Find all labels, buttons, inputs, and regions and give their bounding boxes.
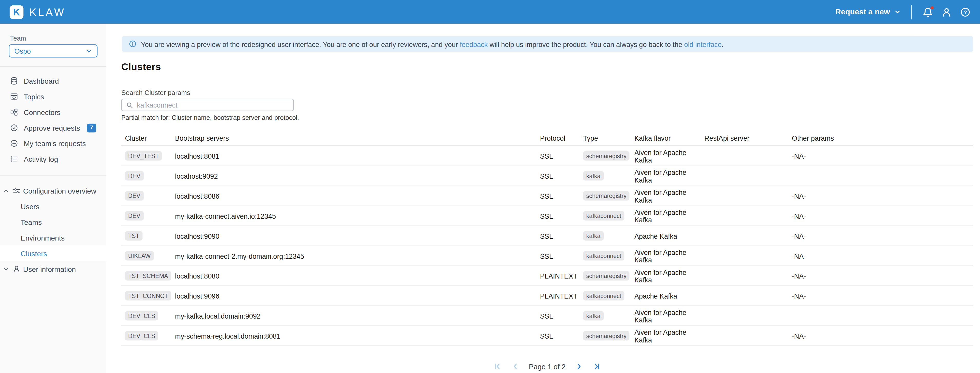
- sidebar-item-label: Dashboard: [24, 77, 59, 85]
- sidebar-item-activity-log[interactable]: Activity log: [0, 151, 106, 167]
- protocol-cell: SSL: [536, 212, 579, 219]
- cluster-cell: UIKLAW: [121, 251, 171, 261]
- feedback-link[interactable]: feedback: [460, 40, 488, 48]
- column-header-protocol: Protocol: [536, 134, 579, 141]
- header-divider: [911, 5, 912, 19]
- protocol-cell: SSL: [536, 152, 579, 160]
- protocol-cell: SSL: [536, 172, 579, 179]
- request-a-new-dropdown[interactable]: Request a new: [835, 8, 900, 16]
- cluster-chip: DEV: [125, 191, 143, 201]
- sidebar-item-environments[interactable]: Environments: [0, 230, 106, 246]
- kafka-flavor-cell: Aiven for Apache Kafka: [631, 308, 701, 323]
- protocol-cell: PLAINTEXT: [536, 272, 579, 279]
- sidebar-item-my-team-s-requests[interactable]: My team's requests: [0, 135, 106, 151]
- sidebar-item-clusters[interactable]: Clusters: [0, 245, 106, 261]
- other-params-cell: -NA-: [788, 232, 973, 240]
- cluster-cell: TST_SCHEMA: [121, 271, 171, 281]
- protocol-cell: PLAINTEXT: [536, 292, 579, 300]
- search-input[interactable]: [137, 101, 289, 109]
- cluster-cell: DEV_CLS: [121, 331, 171, 341]
- bootstrap-servers-cell: localhost:8081: [171, 152, 536, 160]
- cluster-chip: TST_CONNCT: [125, 291, 171, 301]
- other-params-cell: -NA-: [788, 212, 973, 219]
- app-title: KLAW: [29, 6, 66, 18]
- database-icon: [10, 77, 18, 85]
- table-row: TSTlocalhost:9090SSLkafkaApache Kafka-NA…: [121, 226, 973, 246]
- table-row: DEVlocahost:9092SSLkafkaAiven for Apache…: [121, 166, 973, 186]
- person-icon: [941, 7, 952, 17]
- kafka-flavor-cell: Aiven for Apache Kafka: [631, 208, 701, 223]
- sidebar-sections: Configuration overviewUsersTeamsEnvironm…: [0, 176, 106, 277]
- column-header-cluster: Cluster: [121, 134, 171, 141]
- sidebar-item-users[interactable]: Users: [0, 199, 106, 214]
- help-button[interactable]: ?: [960, 7, 970, 17]
- chevron-up-icon: [3, 188, 9, 194]
- klaw-logo[interactable]: K KLAW: [10, 5, 66, 19]
- chevron-down-icon: [86, 48, 92, 54]
- sidebar-item-teams[interactable]: Teams: [0, 214, 106, 230]
- kafka-flavor-cell: Apache Kafka: [631, 292, 701, 300]
- cluster-cell: DEV: [121, 171, 171, 181]
- connectors-icon: [10, 108, 18, 116]
- column-header-type: Type: [579, 134, 631, 141]
- chevron-down-icon: [894, 9, 900, 15]
- team-select-value: Ospo: [14, 47, 31, 55]
- type-chip: kafka: [583, 231, 604, 241]
- team-select[interactable]: Ospo: [9, 44, 98, 57]
- sidebar-section-user-information[interactable]: User information: [0, 261, 106, 277]
- klaw-app: K KLAW Request a new ? Team: [0, 0, 980, 373]
- cluster-cell: DEV: [121, 191, 171, 201]
- clusters-table: ClusterBootstrap serversProtocolTypeKafk…: [121, 130, 973, 346]
- table-row: DEV_TESTlocalhost:8081SSLschemaregistryA…: [121, 146, 973, 166]
- sidebar-item-approve-requests[interactable]: Approve requests7: [0, 120, 106, 135]
- next-page-button[interactable]: [575, 362, 583, 371]
- sidebar-item-label: Connectors: [24, 108, 60, 116]
- column-header-restapi-server: RestApi server: [701, 134, 788, 141]
- klaw-logo-icon: K: [10, 5, 24, 19]
- type-cell: schemaregistry: [579, 151, 631, 161]
- bootstrap-servers-cell: my-kafka-connect-2.my-domain.org:12345: [171, 252, 536, 260]
- team-label: Team: [10, 34, 96, 42]
- sidebar-item-dashboard[interactable]: Dashboard: [0, 73, 106, 89]
- bootstrap-servers-cell: locahost:9092: [171, 172, 536, 179]
- table-row: DEVmy-kafka-connect.aiven.io:12345SSLkaf…: [121, 206, 973, 226]
- first-page-button[interactable]: [494, 362, 502, 371]
- protocol-cell: SSL: [536, 192, 579, 200]
- previous-page-button[interactable]: [511, 362, 520, 371]
- type-chip: schemaregistry: [583, 271, 630, 281]
- type-cell: schemaregistry: [579, 331, 631, 341]
- sidebar-item-topics[interactable]: Topics: [0, 89, 106, 105]
- notifications-button[interactable]: [923, 7, 933, 17]
- other-params-cell: -NA-: [788, 252, 973, 260]
- sidebar-section-configuration-overview[interactable]: Configuration overview: [0, 183, 106, 199]
- cluster-chip: TST_SCHEMA: [125, 271, 171, 281]
- page-indicator: Page 1 of 2: [529, 363, 565, 370]
- bootstrap-servers-cell: my-schema-reg.local.domain:8081: [171, 332, 536, 340]
- bootstrap-servers-cell: localhost:9096: [171, 292, 536, 300]
- sidebar-item-label: Approve requests: [24, 124, 80, 132]
- old-interface-link[interactable]: old interface: [684, 40, 722, 48]
- cluster-chip: DEV_CLS: [125, 331, 159, 341]
- type-chip: kafka: [583, 311, 604, 321]
- topics-icon: [10, 92, 18, 101]
- other-params-cell: -NA-: [788, 292, 973, 300]
- header-actions: Request a new ?: [835, 5, 971, 19]
- type-cell: schemaregistry: [579, 191, 631, 201]
- bootstrap-servers-cell: my-kafka-connect.aiven.io:12345: [171, 212, 536, 219]
- last-page-button[interactable]: [592, 362, 601, 371]
- type-chip: schemaregistry: [583, 331, 630, 341]
- banner-text-middle: will help us improve the product. You ca…: [488, 40, 684, 48]
- bootstrap-servers-cell: my-kafka.local.domain:9092: [171, 312, 536, 320]
- type-cell: schemaregistry: [579, 271, 631, 281]
- type-cell: kafka: [579, 171, 631, 181]
- search-box: [121, 99, 294, 111]
- profile-button[interactable]: [941, 7, 952, 17]
- svg-text:K: K: [13, 6, 20, 17]
- app-body: Team Ospo DashboardTopicsConnectorsAppro…: [0, 24, 980, 373]
- sidebar-item-label: My team's requests: [24, 140, 86, 147]
- previous-page-icon: [511, 362, 520, 371]
- sidebar-item-connectors[interactable]: Connectors: [0, 104, 106, 120]
- chevron-down-icon: [3, 266, 9, 272]
- type-cell: kafka: [579, 231, 631, 241]
- cluster-cell: TST: [121, 231, 171, 241]
